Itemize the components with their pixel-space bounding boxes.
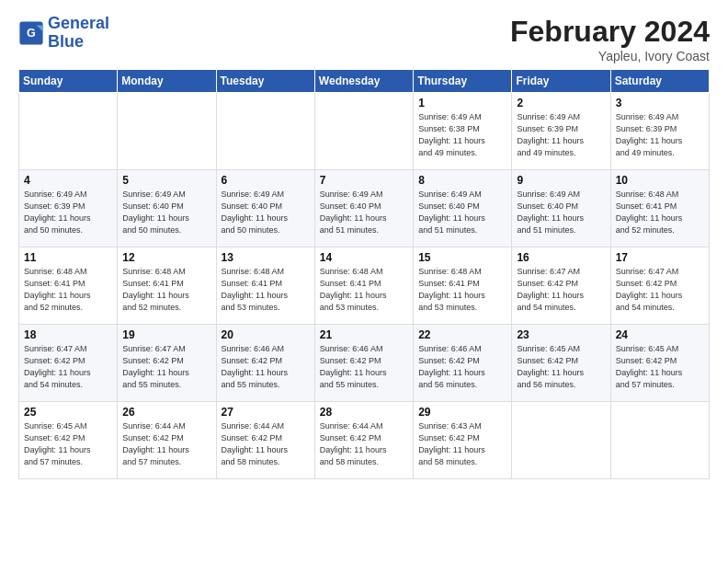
- logo-line2: Blue: [48, 32, 84, 51]
- day-number: 9: [517, 174, 605, 187]
- day-info: Sunrise: 6:48 AM Sunset: 6:41 PM Dayligh…: [320, 266, 408, 314]
- day-number: 21: [320, 328, 408, 341]
- day-number: 16: [517, 251, 605, 264]
- day-number: 13: [222, 251, 310, 264]
- calendar-cell: [314, 93, 413, 170]
- day-number: 1: [418, 97, 506, 109]
- day-info: Sunrise: 6:48 AM Sunset: 6:41 PM Dayligh…: [24, 266, 112, 314]
- day-number: 28: [320, 406, 408, 419]
- calendar-cell: 26Sunrise: 6:44 AM Sunset: 6:42 PM Dayli…: [118, 402, 216, 479]
- day-info: Sunrise: 6:49 AM Sunset: 6:39 PM Dayligh…: [616, 111, 704, 159]
- calendar-week-3: 18Sunrise: 6:47 AM Sunset: 6:42 PM Dayli…: [19, 325, 710, 402]
- svg-text:G: G: [27, 27, 36, 40]
- day-info: Sunrise: 6:49 AM Sunset: 6:40 PM Dayligh…: [222, 189, 310, 236]
- day-number: 29: [418, 406, 506, 419]
- day-info: Sunrise: 6:49 AM Sunset: 6:39 PM Dayligh…: [517, 111, 605, 159]
- calendar-table: SundayMondayTuesdayWednesdayThursdayFrid…: [18, 69, 710, 479]
- day-number: 11: [24, 251, 112, 264]
- calendar-cell: 13Sunrise: 6:48 AM Sunset: 6:41 PM Dayli…: [216, 247, 314, 325]
- calendar-subtitle: Yapleu, Ivory Coast: [510, 49, 710, 63]
- calendar-cell: [118, 93, 216, 170]
- calendar-cell: 9Sunrise: 6:49 AM Sunset: 6:40 PM Daylig…: [512, 170, 610, 247]
- day-info: Sunrise: 6:44 AM Sunset: 6:42 PM Dayligh…: [320, 420, 408, 468]
- calendar-cell: 27Sunrise: 6:44 AM Sunset: 6:42 PM Dayli…: [216, 402, 314, 479]
- day-header-monday: Monday: [118, 70, 216, 93]
- calendar-cell: 7Sunrise: 6:49 AM Sunset: 6:40 PM Daylig…: [314, 170, 413, 247]
- calendar-week-0: 1Sunrise: 6:49 AM Sunset: 6:38 PM Daylig…: [19, 93, 710, 170]
- day-number: 2: [517, 97, 605, 109]
- day-info: Sunrise: 6:48 AM Sunset: 6:41 PM Dayligh…: [222, 266, 310, 314]
- day-number: 22: [418, 328, 506, 341]
- logo-line1: General: [48, 14, 109, 32]
- day-number: 14: [320, 251, 408, 264]
- day-number: 7: [320, 174, 408, 187]
- day-info: Sunrise: 6:49 AM Sunset: 6:40 PM Dayligh…: [517, 189, 605, 236]
- day-number: 25: [24, 406, 112, 419]
- day-info: Sunrise: 6:49 AM Sunset: 6:40 PM Dayligh…: [418, 189, 506, 236]
- calendar-cell: 23Sunrise: 6:45 AM Sunset: 6:42 PM Dayli…: [512, 325, 610, 402]
- day-number: 27: [222, 406, 310, 419]
- calendar-cell: [216, 93, 314, 170]
- calendar-header-row: SundayMondayTuesdayWednesdayThursdayFrid…: [19, 70, 710, 93]
- day-info: Sunrise: 6:49 AM Sunset: 6:40 PM Dayligh…: [320, 189, 408, 236]
- calendar-cell: 22Sunrise: 6:46 AM Sunset: 6:42 PM Dayli…: [414, 325, 512, 402]
- day-info: Sunrise: 6:45 AM Sunset: 6:42 PM Dayligh…: [24, 420, 112, 468]
- day-number: 26: [122, 406, 210, 419]
- calendar-cell: 17Sunrise: 6:47 AM Sunset: 6:42 PM Dayli…: [610, 247, 709, 325]
- day-number: 23: [517, 328, 605, 341]
- day-info: Sunrise: 6:49 AM Sunset: 6:38 PM Dayligh…: [418, 111, 506, 159]
- day-info: Sunrise: 6:43 AM Sunset: 6:42 PM Dayligh…: [418, 420, 506, 468]
- calendar-cell: 20Sunrise: 6:46 AM Sunset: 6:42 PM Dayli…: [216, 325, 314, 402]
- day-info: Sunrise: 6:48 AM Sunset: 6:41 PM Dayligh…: [122, 266, 210, 314]
- calendar-cell: 1Sunrise: 6:49 AM Sunset: 6:38 PM Daylig…: [414, 93, 512, 170]
- day-header-tuesday: Tuesday: [216, 70, 314, 93]
- logo: G General Blue: [18, 15, 109, 52]
- day-header-sunday: Sunday: [19, 70, 118, 93]
- calendar-title: February 2024: [510, 15, 710, 49]
- day-number: 3: [616, 97, 704, 109]
- calendar-cell: 18Sunrise: 6:47 AM Sunset: 6:42 PM Dayli…: [19, 325, 118, 402]
- calendar-cell: [610, 402, 709, 479]
- logo-text: General Blue: [48, 15, 109, 52]
- calendar-cell: [19, 93, 118, 170]
- calendar-cell: 5Sunrise: 6:49 AM Sunset: 6:40 PM Daylig…: [118, 170, 216, 247]
- calendar-cell: 25Sunrise: 6:45 AM Sunset: 6:42 PM Dayli…: [19, 402, 118, 479]
- calendar-cell: 16Sunrise: 6:47 AM Sunset: 6:42 PM Dayli…: [512, 247, 610, 325]
- day-header-wednesday: Wednesday: [314, 70, 413, 93]
- day-number: 5: [122, 174, 210, 187]
- calendar-cell: 11Sunrise: 6:48 AM Sunset: 6:41 PM Dayli…: [19, 247, 118, 325]
- day-info: Sunrise: 6:48 AM Sunset: 6:41 PM Dayligh…: [418, 266, 506, 314]
- page: G General Blue February 2024 Yapleu, Ivo…: [0, 0, 728, 563]
- day-number: 24: [616, 328, 704, 341]
- day-number: 18: [24, 328, 112, 341]
- day-header-friday: Friday: [512, 70, 610, 93]
- day-info: Sunrise: 6:47 AM Sunset: 6:42 PM Dayligh…: [122, 343, 210, 391]
- calendar-cell: 3Sunrise: 6:49 AM Sunset: 6:39 PM Daylig…: [610, 93, 709, 170]
- calendar-week-1: 4Sunrise: 6:49 AM Sunset: 6:39 PM Daylig…: [19, 170, 710, 247]
- calendar-week-4: 25Sunrise: 6:45 AM Sunset: 6:42 PM Dayli…: [19, 402, 710, 479]
- day-info: Sunrise: 6:45 AM Sunset: 6:42 PM Dayligh…: [616, 343, 704, 391]
- calendar-cell: 21Sunrise: 6:46 AM Sunset: 6:42 PM Dayli…: [314, 325, 413, 402]
- day-info: Sunrise: 6:48 AM Sunset: 6:41 PM Dayligh…: [616, 189, 704, 236]
- calendar-cell: 4Sunrise: 6:49 AM Sunset: 6:39 PM Daylig…: [19, 170, 118, 247]
- calendar-cell: 19Sunrise: 6:47 AM Sunset: 6:42 PM Dayli…: [118, 325, 216, 402]
- day-number: 4: [24, 174, 112, 187]
- day-number: 17: [616, 251, 704, 264]
- day-number: 10: [616, 174, 704, 187]
- calendar-cell: 14Sunrise: 6:48 AM Sunset: 6:41 PM Dayli…: [314, 247, 413, 325]
- day-number: 19: [122, 328, 210, 341]
- calendar-cell: [512, 402, 610, 479]
- calendar-cell: 8Sunrise: 6:49 AM Sunset: 6:40 PM Daylig…: [414, 170, 512, 247]
- day-info: Sunrise: 6:44 AM Sunset: 6:42 PM Dayligh…: [122, 420, 210, 468]
- day-info: Sunrise: 6:45 AM Sunset: 6:42 PM Dayligh…: [517, 343, 605, 391]
- day-info: Sunrise: 6:47 AM Sunset: 6:42 PM Dayligh…: [517, 266, 605, 314]
- calendar-cell: 12Sunrise: 6:48 AM Sunset: 6:41 PM Dayli…: [118, 247, 216, 325]
- day-info: Sunrise: 6:49 AM Sunset: 6:40 PM Dayligh…: [122, 189, 210, 236]
- day-info: Sunrise: 6:49 AM Sunset: 6:39 PM Dayligh…: [24, 189, 112, 236]
- day-header-thursday: Thursday: [414, 70, 512, 93]
- calendar-cell: 10Sunrise: 6:48 AM Sunset: 6:41 PM Dayli…: [610, 170, 709, 247]
- calendar-cell: 29Sunrise: 6:43 AM Sunset: 6:42 PM Dayli…: [414, 402, 512, 479]
- day-info: Sunrise: 6:47 AM Sunset: 6:42 PM Dayligh…: [24, 343, 112, 391]
- day-info: Sunrise: 6:44 AM Sunset: 6:42 PM Dayligh…: [222, 420, 310, 468]
- day-number: 20: [222, 328, 310, 341]
